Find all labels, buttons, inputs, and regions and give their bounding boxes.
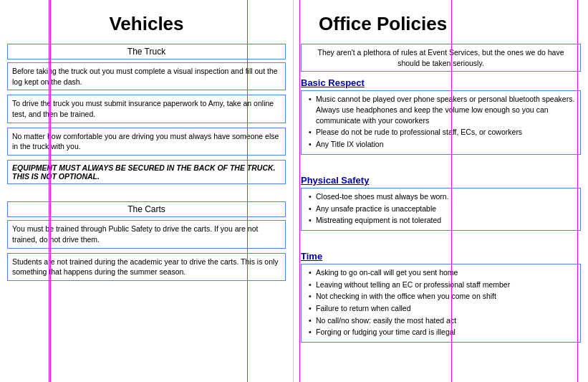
truck-title: The Truck xyxy=(127,47,165,57)
physical-safety-list: Closed-toe shoes must always be worn. An… xyxy=(309,191,576,226)
list-item: Asking to go on-call will get you sent h… xyxy=(309,267,576,278)
time-heading: Time xyxy=(301,251,581,262)
intro-box: They aren't a plethora of rules at Event… xyxy=(301,44,581,72)
carts-title: The Carts xyxy=(127,204,165,214)
intro-text: They aren't a plethora of rules at Event… xyxy=(317,48,564,67)
list-item: No call/no show: easily the most hated a… xyxy=(309,315,576,326)
list-item: Please do not be rude to professional st… xyxy=(309,127,576,138)
list-item: Closed-toe shoes must always be worn. xyxy=(309,191,576,202)
carts-text-2: Students are not trained during the acad… xyxy=(12,257,279,277)
physical-safety-box: Closed-toe shoes must always be worn. An… xyxy=(301,188,581,231)
office-policies-panel: Office Policies They aren't a plethora o… xyxy=(294,0,588,382)
basic-respect-heading: Basic Respect xyxy=(301,77,581,88)
truck-text-4: EQUIPMENT MUST ALWAYS BE SECURED IN THE … xyxy=(12,163,276,181)
truck-text-2: To drive the truck you must submit insur… xyxy=(12,99,274,118)
list-item: Forging or fudging your time card is ill… xyxy=(309,327,576,338)
list-item: Failure to return when called xyxy=(309,303,576,314)
physical-safety-heading: Physical Safety xyxy=(301,175,581,186)
time-box: Asking to go on-call will get you sent h… xyxy=(301,264,581,343)
truck-text-3: No matter how comfortable you are drivin… xyxy=(12,132,279,151)
list-item: Leaving without telling an EC or profess… xyxy=(309,280,576,290)
list-item: Any Title IX violation xyxy=(309,139,576,150)
list-item: Not checking in with the office when you… xyxy=(309,291,576,302)
list-item: Music cannot be played over phone speake… xyxy=(309,94,576,125)
truck-text-1: Before taking the truck out you must com… xyxy=(12,67,278,86)
office-policies-title: Office Policies xyxy=(294,13,588,35)
list-item: Any unsafe practice is unacceptable xyxy=(309,204,576,214)
vehicles-panel: Vehicles The Truck Before taking the tru… xyxy=(0,0,294,382)
list-item: Mistreating equipment is not tolerated xyxy=(309,215,576,226)
vehicles-title: Vehicles xyxy=(0,13,293,35)
time-list: Asking to go on-call will get you sent h… xyxy=(309,267,576,338)
basic-respect-list: Music cannot be played over phone speake… xyxy=(309,94,576,149)
basic-respect-box: Music cannot be played over phone speake… xyxy=(301,90,581,154)
